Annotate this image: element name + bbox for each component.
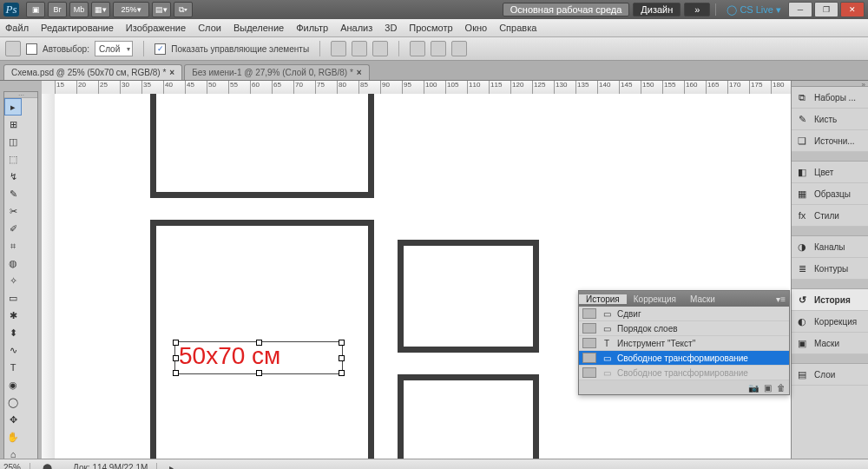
arrange-icon[interactable]: ▦▾ <box>91 2 110 17</box>
shape-tool[interactable]: ◯ <box>4 393 22 411</box>
menu-help[interactable]: Справка <box>499 23 536 33</box>
menu-edit[interactable]: Редактирование <box>41 23 114 33</box>
tab-corrections[interactable]: Коррекция <box>627 294 683 304</box>
screenmode-icon[interactable]: ▣ <box>26 2 45 17</box>
blur-tool[interactable]: ✱ <box>4 307 22 324</box>
ruler-horizontal[interactable]: 1520253035404550556065707580859095100105… <box>55 81 868 95</box>
stamp-tool[interactable]: ⌗ <box>4 237 22 254</box>
gradient-tool[interactable]: ▭ <box>4 289 22 307</box>
panel-[interactable]: ⧉Наборы ... <box>792 87 868 109</box>
brush-tool[interactable]: ✐ <box>4 220 22 237</box>
align-icon-3[interactable] <box>372 41 388 56</box>
hand-tool[interactable]: ✋ <box>4 428 22 446</box>
menu-select[interactable]: Выделение <box>233 23 284 33</box>
mbridge-icon[interactable]: Mb <box>69 2 89 17</box>
status-zoom[interactable]: 25% <box>3 463 30 470</box>
menu-image[interactable]: Изображение <box>126 23 186 33</box>
text-selection[interactable]: 50x70 см <box>174 341 343 374</box>
snapshot-icon[interactable]: 📷 <box>748 383 759 393</box>
workspace-main[interactable]: Основная рабочая среда <box>503 3 630 17</box>
workspace-design[interactable]: Дизайн <box>633 3 681 17</box>
status-doc[interactable]: Док: 114,9M/22,1M <box>73 463 157 470</box>
panel-[interactable]: ✎Кисть <box>792 109 868 130</box>
heal-tool[interactable]: ✂ <box>4 202 22 220</box>
shape-rect-1[interactable] <box>150 94 374 198</box>
window-maximize[interactable]: ❐ <box>814 2 838 17</box>
menu-filter[interactable]: Фильтр <box>296 23 328 33</box>
history-item[interactable]: ▭Сдвиг <box>579 307 789 321</box>
window-close[interactable]: ✕ <box>840 2 865 17</box>
align-icon-6[interactable] <box>451 41 467 56</box>
menu-3d[interactable]: 3D <box>385 23 397 33</box>
menu-view[interactable]: Просмотр <box>409 23 452 33</box>
wand-tool[interactable]: ⬚ <box>4 150 22 168</box>
bridge-icon[interactable]: Br <box>48 2 67 17</box>
history-step-icon <box>582 338 596 348</box>
lasso-tool[interactable]: ◫ <box>4 133 22 150</box>
path-tool[interactable]: ◉ <box>4 376 22 393</box>
panel-label: Маски <box>814 339 839 348</box>
history-item[interactable]: TИнструмент "Текст" <box>579 336 789 351</box>
marquee-tool[interactable]: ⊞ <box>4 116 22 133</box>
menu-analysis[interactable]: Анализ <box>340 23 372 33</box>
menu-window[interactable]: Окно <box>465 23 488 33</box>
close-icon[interactable]: × <box>357 68 362 77</box>
dock-grip[interactable]: » <box>792 81 868 87</box>
move-tool[interactable]: ▸ <box>4 98 22 116</box>
menu-file[interactable]: Файл <box>5 23 29 33</box>
trash-icon[interactable]: 🗑 <box>777 383 786 393</box>
window-minimize[interactable]: ─ <box>788 2 812 17</box>
align-icon-1[interactable] <box>331 41 346 56</box>
doc-tab-0[interactable]: Схема.psd @ 25% (50x70 см, RGB/8) *× <box>3 64 182 80</box>
panel-[interactable]: ◧Цвет <box>792 162 868 183</box>
workspace-more[interactable]: » <box>684 3 710 17</box>
panel-[interactable]: ↺История <box>792 289 868 311</box>
history-item[interactable]: ▭Свободное трансформирование <box>579 366 789 380</box>
panel-[interactable]: ▤Слои <box>792 364 868 386</box>
autoselect-dropdown[interactable]: Слой <box>95 41 133 56</box>
cslive-link[interactable]: ◯ CS Live ▾ <box>727 4 781 16</box>
shape-rect-3[interactable] <box>398 240 539 353</box>
eraser-tool[interactable]: ✧ <box>4 272 22 289</box>
3d-tool[interactable]: ✥ <box>4 411 22 428</box>
doc-tab-1[interactable]: Без имени-1 @ 27,9% (Слой 0, RGB/8) *× <box>184 64 370 80</box>
pen-tool[interactable]: ∿ <box>4 341 22 359</box>
tool-preset-icon[interactable] <box>5 41 21 56</box>
text-content[interactable]: 50x70 см <box>175 342 342 370</box>
tab-history[interactable]: История <box>579 294 627 304</box>
status-arrow-icon[interactable]: ▸ <box>169 463 174 470</box>
history-item[interactable]: ▭Свободное трансформирование <box>579 351 789 366</box>
tab-masks[interactable]: Маски <box>683 294 722 304</box>
panel-[interactable]: ≣Контуры <box>792 258 868 280</box>
align-icon-2[interactable] <box>352 41 367 56</box>
close-icon[interactable]: × <box>169 68 174 77</box>
align-icon-4[interactable] <box>410 41 425 56</box>
panel-[interactable]: ◐Коррекция <box>792 311 868 333</box>
extras-icon[interactable]: ▤▾ <box>152 2 171 17</box>
panel-menu-icon[interactable]: ▾≡ <box>773 294 789 304</box>
eyedrop-tool[interactable]: ✎ <box>4 185 22 202</box>
panel-[interactable]: ◑Каналы <box>792 236 868 258</box>
history-item[interactable]: ▭Порядок слоев <box>579 321 789 336</box>
zoom-dropdown[interactable]: 25% ▾ <box>113 2 149 17</box>
history-step-icon <box>582 367 596 378</box>
panel-[interactable]: ▣Маски <box>792 333 868 354</box>
ruler-vertical[interactable] <box>42 94 56 469</box>
guides-icon[interactable]: ⧉▾ <box>174 2 193 17</box>
history-brush-tool[interactable]: ◍ <box>4 254 22 272</box>
new-doc-icon[interactable]: ▣ <box>764 383 772 393</box>
showcontrols-checkbox[interactable]: ✓ <box>155 43 166 55</box>
dodge-tool[interactable]: ⬍ <box>4 324 22 341</box>
align-icon-5[interactable] <box>431 41 446 56</box>
panel-[interactable]: ▦Образцы <box>792 183 868 205</box>
type-tool[interactable]: T <box>4 359 22 376</box>
crop-tool[interactable]: ↯ <box>4 168 22 185</box>
document-canvas[interactable]: 50x70 см <box>55 94 868 459</box>
panel-[interactable]: fxСтили <box>792 205 868 227</box>
shape-rect-4[interactable] <box>398 374 539 459</box>
ruler-origin[interactable] <box>42 81 56 95</box>
panel-[interactable]: ❏Источни... <box>792 130 868 152</box>
menu-layer[interactable]: Слои <box>198 23 221 33</box>
autoselect-checkbox[interactable] <box>26 43 37 55</box>
toolbox-grip[interactable]: ⋯ <box>4 92 37 98</box>
